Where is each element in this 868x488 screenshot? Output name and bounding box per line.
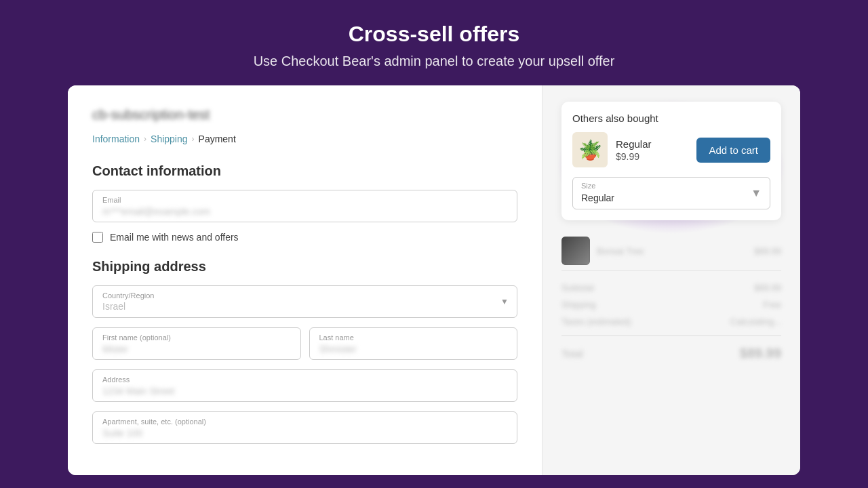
last-name-form-group: Last name Shmister (309, 327, 518, 360)
address-form-group: Address 1234 Main Street (92, 369, 517, 402)
order-item-price: $89.99 (754, 246, 781, 256)
add-to-cart-button[interactable]: Add to cart (696, 138, 770, 163)
main-card: cb-subscription-test Information › Shipp… (68, 85, 800, 475)
subtotal-row: Subtotal $89.99 (561, 279, 781, 296)
crosssell-card: Others also bought 🪴 Regular $9.99 Add t… (561, 102, 781, 220)
breadcrumb-payment[interactable]: Payment (199, 134, 236, 144)
last-name-wrapper[interactable]: Last name Shmister (309, 327, 518, 360)
email-label: Email (102, 196, 507, 204)
first-name-form-group: First name (optional) Mister (92, 327, 301, 360)
apartment-form-group: Apartment, suite, etc. (optional) Suite … (92, 411, 517, 444)
taxes-value: Calculating... (730, 317, 781, 327)
address-value: 1234 Main Street (102, 386, 175, 396)
first-name-label: First name (optional) (102, 333, 291, 342)
crosssell-product-row: 🪴 Regular $9.99 Add to cart (572, 132, 770, 167)
total-label: Total (561, 348, 583, 359)
order-summary: Subtotal $89.99 Shipping Free Taxes (est… (561, 279, 781, 365)
total-value: $89.99 (740, 346, 781, 361)
apartment-wrapper[interactable]: Apartment, suite, etc. (optional) Suite … (92, 411, 517, 444)
store-name: cb-subscription-test (92, 107, 517, 123)
last-name-label: Last name (319, 333, 508, 342)
subtotal-label: Subtotal (561, 283, 594, 293)
page-subtitle: Use Checkout Bear's admin panel to creat… (14, 54, 854, 69)
page-title: Cross-sell offers (14, 22, 854, 47)
email-newsletter-label: Email me with news and offers (110, 232, 239, 243)
taxes-row: Taxes (estimated) Calculating... (561, 313, 781, 330)
summary-divider (561, 336, 781, 336)
shipping-row: Shipping Free (561, 296, 781, 313)
email-value: m***email@example.com (102, 206, 210, 217)
crosssell-title: Others also bought (572, 113, 770, 124)
subtotal-value: $89.99 (754, 283, 781, 293)
apartment-label: Apartment, suite, etc. (optional) (102, 418, 507, 426)
order-item-name: Bonsai Tree (597, 246, 747, 256)
order-item-img-inner (561, 237, 590, 265)
breadcrumb-sep-2: › (192, 134, 195, 144)
email-form-group: Email m***email@example.com (92, 190, 517, 222)
email-newsletter-checkbox[interactable] (92, 232, 103, 243)
left-panel: cb-subscription-test Information › Shipp… (68, 85, 542, 475)
name-row: First name (optional) Mister Last name S… (92, 327, 517, 369)
header: Cross-sell offers Use Checkout Bear's ad… (0, 0, 868, 85)
total-row: Total $89.99 (561, 342, 781, 365)
size-label: Size (581, 182, 595, 190)
shipping-label: Shipping (561, 300, 596, 310)
product-info: Regular $9.99 (616, 138, 688, 162)
first-name-wrapper[interactable]: First name (optional) Mister (92, 327, 301, 360)
email-newsletter-row: Email me with news and offers (92, 232, 517, 243)
email-input-wrapper[interactable]: Email m***email@example.com (92, 190, 517, 222)
order-item-image (561, 237, 590, 265)
right-panel: Others also bought 🪴 Regular $9.99 Add t… (542, 85, 800, 475)
shipping-value: Free (763, 300, 781, 310)
order-item-row: Bonsai Tree $89.99 (561, 231, 781, 271)
product-emoji: 🪴 (578, 139, 602, 161)
order-items: Bonsai Tree $89.99 (561, 231, 781, 271)
breadcrumb: Information › Shipping › Payment (92, 134, 517, 144)
size-select[interactable]: Regular (573, 178, 770, 209)
product-price: $9.99 (616, 151, 688, 162)
address-wrapper[interactable]: Address 1234 Main Street (92, 369, 517, 402)
country-select[interactable]: Israel (93, 286, 517, 317)
country-form-group: Country/Region Israel ▼ (92, 285, 517, 318)
breadcrumb-information[interactable]: Information (92, 134, 140, 144)
breadcrumb-sep-1: › (144, 134, 146, 144)
taxes-label: Taxes (estimated) (561, 317, 631, 327)
first-name-value: Mister (102, 344, 128, 354)
product-name: Regular (616, 138, 688, 150)
country-select-wrapper[interactable]: Country/Region Israel ▼ (92, 285, 517, 318)
product-image: 🪴 (572, 132, 608, 167)
contact-section-title: Contact information (92, 163, 517, 179)
shipping-section-title: Shipping address (92, 259, 517, 274)
page-container: Cross-sell offers Use Checkout Bear's ad… (0, 0, 868, 475)
apartment-value: Suite 100 (102, 428, 142, 439)
last-name-value: Shmister (319, 344, 357, 354)
address-label: Address (102, 375, 507, 384)
size-select-wrapper[interactable]: Size Regular ▼ (572, 177, 770, 209)
breadcrumb-shipping[interactable]: Shipping (151, 134, 188, 144)
